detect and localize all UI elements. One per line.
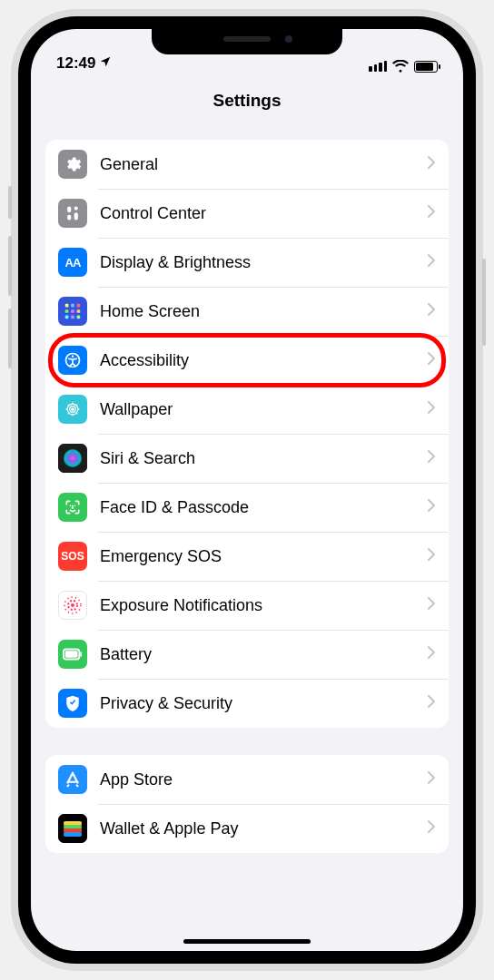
row-label: Home Screen [100, 302, 427, 321]
settings-content[interactable]: GeneralControl CenterAADisplay & Brightn… [31, 122, 463, 853]
app-store-icon [58, 765, 87, 794]
settings-row-home-screen[interactable]: Home Screen [45, 287, 449, 336]
battery-icon [414, 61, 438, 73]
row-label: Display & Brightness [100, 253, 427, 272]
chevron-right-icon [427, 449, 436, 468]
settings-row-privacy[interactable]: Privacy & Security [45, 679, 449, 728]
location-icon [99, 54, 112, 73]
settings-row-display[interactable]: AADisplay & Brightness [45, 238, 449, 287]
chevron-right-icon [427, 770, 436, 789]
mute-switch [8, 186, 12, 219]
row-label: Siri & Search [100, 449, 427, 468]
settings-row-app-store[interactable]: App Store [45, 755, 449, 804]
svg-point-19 [64, 449, 82, 467]
svg-rect-8 [71, 309, 74, 313]
settings-row-wallet[interactable]: Wallet & Apple Pay [45, 804, 449, 853]
settings-row-siri[interactable]: Siri & Search [45, 434, 449, 483]
row-label: Control Center [100, 204, 427, 223]
chevron-right-icon [427, 498, 436, 517]
row-label: Battery [100, 645, 427, 664]
exposure-icon [58, 591, 87, 620]
svg-rect-4 [65, 304, 69, 308]
siri-icon [58, 444, 87, 473]
svg-point-14 [72, 356, 74, 358]
power-button [482, 259, 486, 346]
cellular-icon [369, 61, 387, 72]
wallet-icon [58, 814, 87, 843]
chevron-right-icon [427, 155, 436, 174]
row-label: Privacy & Security [100, 694, 427, 713]
row-label: Wallpaper [100, 400, 427, 419]
screen: 12:49 Settings GeneralControl CenterA [31, 29, 463, 951]
chevron-right-icon [427, 645, 436, 664]
battery-icon [58, 640, 87, 669]
chevron-right-icon [427, 351, 436, 370]
chevron-right-icon [427, 596, 436, 615]
svg-rect-11 [71, 316, 74, 319]
svg-rect-1 [74, 207, 78, 211]
row-label: Face ID & Passcode [100, 498, 427, 517]
wallpaper-icon [58, 395, 87, 424]
row-label: General [100, 155, 427, 174]
control-center-icon [58, 199, 87, 228]
general-icon [58, 150, 87, 179]
svg-rect-3 [74, 212, 78, 220]
face-id-icon [58, 493, 87, 522]
svg-rect-27 [80, 652, 82, 657]
page-title: Settings [31, 74, 463, 122]
svg-rect-5 [71, 304, 74, 308]
svg-point-17 [72, 408, 74, 411]
svg-rect-26 [65, 651, 78, 657]
settings-row-battery[interactable]: Battery [45, 630, 449, 679]
svg-rect-6 [77, 304, 81, 308]
settings-row-accessibility[interactable]: Accessibility [45, 336, 449, 385]
row-label: App Store [100, 770, 427, 789]
svg-rect-2 [67, 215, 71, 220]
row-label: Accessibility [100, 351, 427, 370]
settings-row-wallpaper[interactable]: Wallpaper [45, 385, 449, 434]
svg-point-20 [70, 505, 72, 507]
svg-rect-12 [77, 316, 81, 319]
row-label: Exposure Notifications [100, 596, 427, 615]
chevron-right-icon [427, 547, 436, 566]
volume-up-button [8, 236, 12, 296]
chevron-right-icon [427, 253, 436, 272]
settings-row-control-center[interactable]: Control Center [45, 189, 449, 238]
chevron-right-icon [427, 694, 436, 713]
chevron-right-icon [427, 400, 436, 419]
display-icon: AA [58, 248, 87, 277]
privacy-icon [58, 689, 87, 718]
settings-row-face-id[interactable]: Face ID & Passcode [45, 483, 449, 532]
volume-down-button [8, 309, 12, 368]
sos-icon: SOS [58, 542, 87, 571]
status-time: 12:49 [56, 54, 95, 73]
settings-row-sos[interactable]: SOSEmergency SOS [45, 532, 449, 581]
chevron-right-icon [427, 302, 436, 321]
iphone-frame: 12:49 Settings GeneralControl CenterA [11, 9, 483, 971]
svg-point-24 [71, 603, 74, 607]
home-indicator[interactable] [183, 939, 311, 944]
settings-row-exposure[interactable]: Exposure Notifications [45, 581, 449, 630]
svg-point-21 [74, 505, 76, 507]
wifi-icon [392, 60, 409, 73]
svg-rect-0 [67, 207, 71, 213]
settings-row-general[interactable]: General [45, 140, 449, 189]
row-label: Emergency SOS [100, 547, 427, 566]
settings-group-1: GeneralControl CenterAADisplay & Brightn… [45, 140, 449, 728]
svg-rect-7 [65, 309, 69, 313]
notch [152, 29, 342, 54]
accessibility-icon [58, 346, 87, 375]
row-label: Wallet & Apple Pay [100, 819, 427, 838]
svg-rect-32 [64, 832, 82, 837]
chevron-right-icon [427, 819, 436, 838]
svg-rect-9 [77, 309, 81, 313]
svg-rect-10 [65, 316, 69, 319]
settings-group-2: App StoreWallet & Apple Pay [45, 755, 449, 853]
home-screen-icon [58, 297, 87, 326]
chevron-right-icon [427, 204, 436, 223]
